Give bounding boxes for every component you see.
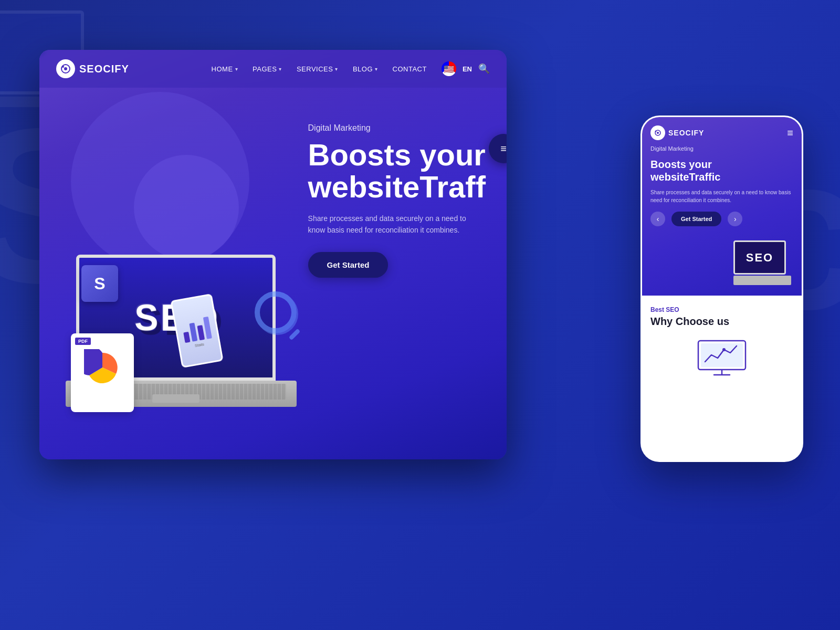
desktop-navbar: SEOCIFY HOME ▾ PAGES ▾ SERVICES ▾ bbox=[39, 50, 507, 88]
desktop-hero-subtitle: Digital Marketing bbox=[308, 123, 486, 133]
desktop-logo-icon bbox=[56, 59, 75, 78]
desktop-hero-content: Digital Marketing Boosts your websiteTra… bbox=[308, 123, 486, 278]
nav-item-pages[interactable]: PAGES ▾ bbox=[253, 65, 282, 73]
mobile-laptop-base bbox=[733, 276, 791, 285]
mobile-seo-text: SEO bbox=[746, 251, 773, 265]
nav-item-home[interactable]: HOME ▾ bbox=[212, 65, 238, 73]
pdf-card: PDF bbox=[71, 333, 134, 412]
bar-chart-mini bbox=[181, 312, 212, 342]
search-icon[interactable]: 🔍 bbox=[478, 63, 490, 75]
pdf-label: PDF bbox=[75, 338, 91, 345]
mobile-get-started-button[interactable]: Get Started bbox=[671, 212, 721, 226]
blog-arrow-icon: ▾ bbox=[375, 66, 378, 72]
hamburger-icon: ≡ bbox=[500, 143, 507, 155]
monitor-svg bbox=[696, 338, 748, 380]
chart-label: Stats bbox=[194, 342, 205, 348]
mobile-hero-section: SEOCIFY ≡ Digital Marketing Boosts your … bbox=[642, 117, 802, 296]
nav-link-services[interactable]: SERVICES ▾ bbox=[297, 65, 338, 73]
magnifier-icon bbox=[255, 291, 297, 333]
svg-point-9 bbox=[722, 348, 726, 351]
laptop-trackpad bbox=[152, 394, 200, 403]
mobile-laptop-screen: SEO bbox=[733, 240, 786, 275]
mobile-white-section: Best SEO Why Choose us bbox=[642, 296, 802, 388]
desktop-hero-description: Share processes and data securely on a n… bbox=[308, 213, 476, 236]
desktop-logo-text: SEOCIFY bbox=[79, 63, 129, 75]
nav-link-blog[interactable]: BLOG ▾ bbox=[353, 65, 378, 73]
mobile-monitor-icon-area bbox=[650, 338, 793, 380]
mobile-section-label: Best SEO bbox=[650, 306, 793, 313]
mobile-logo-icon bbox=[650, 125, 665, 140]
svg-point-1 bbox=[64, 67, 67, 70]
mobile-hero-description: Share processes and data securely on a n… bbox=[642, 185, 802, 207]
desktop-mockup-card: SEOCIFY HOME ▾ PAGES ▾ SERVICES ▾ bbox=[39, 50, 507, 459]
mobile-hero-buttons: ‹ Get Started › bbox=[642, 207, 802, 230]
flag-icon: 🇺🇸 bbox=[442, 61, 456, 76]
nav-item-blog[interactable]: BLOG ▾ bbox=[353, 65, 378, 73]
mobile-menu-button[interactable]: ≡ bbox=[489, 134, 507, 163]
mobile-mockup-card: SEOCIFY ≡ Digital Marketing Boosts your … bbox=[640, 116, 803, 462]
carousel-prev-button[interactable]: ‹ bbox=[650, 212, 665, 226]
mobile-logo-area: SEOCIFY bbox=[650, 125, 787, 140]
coin-icon: S bbox=[81, 265, 118, 302]
bar-2 bbox=[189, 322, 197, 341]
language-selector[interactable]: EN bbox=[463, 65, 472, 73]
nav-link-contact[interactable]: CONTACT bbox=[393, 65, 427, 73]
carousel-next-button[interactable]: › bbox=[728, 212, 742, 226]
mobile-navbar: SEOCIFY ≡ bbox=[642, 117, 802, 145]
mobile-carousel-controls: ‹ bbox=[650, 212, 665, 226]
home-arrow-icon: ▾ bbox=[235, 66, 238, 72]
nav-item-services[interactable]: SERVICES ▾ bbox=[297, 65, 338, 73]
services-arrow-icon: ▾ bbox=[335, 66, 338, 72]
pie-chart-mini bbox=[84, 349, 121, 386]
mobile-hero-title: Boosts your websiteTraffic bbox=[642, 156, 802, 185]
mobile-hamburger-icon[interactable]: ≡ bbox=[787, 127, 793, 139]
mobile-logo-text: SEOCIFY bbox=[668, 129, 704, 137]
svg-point-6 bbox=[655, 131, 657, 132]
svg-point-2 bbox=[62, 66, 64, 68]
bar-1 bbox=[183, 331, 190, 342]
bar-4 bbox=[203, 316, 212, 339]
nav-item-contact[interactable]: CONTACT bbox=[393, 65, 427, 73]
mobile-carousel-next-controls: › bbox=[728, 212, 742, 226]
desktop-logo-area: SEOCIFY bbox=[56, 59, 129, 78]
svg-point-5 bbox=[657, 132, 659, 134]
desktop-nav-right: 🇺🇸 EN 🔍 bbox=[442, 61, 490, 76]
bar-3 bbox=[197, 325, 205, 340]
mobile-section-title: Why Choose us bbox=[650, 316, 793, 328]
mobile-laptop-illustration: SEO bbox=[733, 240, 796, 288]
nav-link-home[interactable]: HOME ▾ bbox=[212, 65, 238, 73]
coin-symbol: S bbox=[94, 274, 105, 293]
desktop-hero-title: Boosts your websiteTraff bbox=[308, 139, 486, 203]
desktop-get-started-button[interactable]: Get Started bbox=[308, 252, 388, 278]
desktop-nav-links: HOME ▾ PAGES ▾ SERVICES ▾ BLOG ▾ bbox=[212, 65, 427, 73]
pages-arrow-icon: ▾ bbox=[279, 66, 282, 72]
mobile-brand-subtitle: Digital Marketing bbox=[642, 145, 802, 152]
desktop-seo-illustration: SEO Stats PDF bbox=[55, 186, 328, 438]
nav-link-pages[interactable]: PAGES ▾ bbox=[253, 65, 282, 73]
